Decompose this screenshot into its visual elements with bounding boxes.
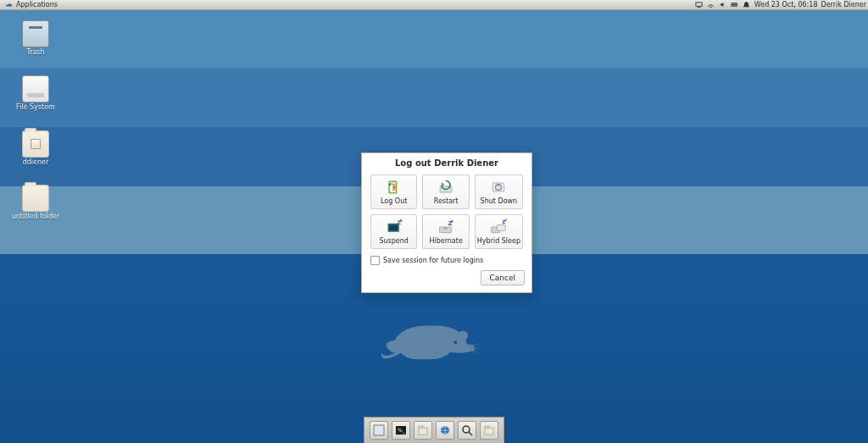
action-label: Suspend [379,238,408,246]
tray-notification-icon[interactable] [743,1,751,9]
shutdown-button[interactable]: Shut Down [475,174,523,209]
svg-rect-35 [419,426,423,428]
desktop-icon-trash[interactable]: Trash [15,20,56,57]
svg-rect-34 [419,428,427,435]
drive-icon [22,75,49,102]
dock-files[interactable] [414,421,432,440]
svg-point-0 [10,4,11,5]
trash-icon [22,20,49,47]
applications-label: Applications [16,1,58,8]
logout-actions-grid: Log Out Restart Shut Down Zz Suspend Zz … [362,169,531,254]
svg-rect-28 [498,224,506,230]
dialog-title: Log out Derrik Diener [362,153,531,169]
hibernate-button[interactable]: Zz Hibernate [422,214,469,249]
dock-search[interactable] [458,421,476,440]
dock-browser[interactable] [436,421,454,440]
top-panel: Applications Wed 23 Oct, 06:18 Derrik Di… [0,0,868,10]
user-name[interactable]: Derrik Diener [821,1,866,8]
suspend-icon: Zz [384,219,404,235]
svg-rect-40 [485,426,489,428]
action-label: Shut Down [481,198,518,206]
dock-show-desktop[interactable] [370,421,388,440]
folder-icon [22,185,49,212]
svg-rect-18 [498,184,499,186]
svg-point-8 [458,331,468,341]
desktop-icon-untitled-folder[interactable]: untitled folder [15,185,56,221]
svg-point-37 [463,426,470,433]
save-session-label: Save session for future logins [383,257,483,264]
dock-folder[interactable] [480,421,498,440]
clock[interactable]: Wed 23 Oct, 06:18 [754,1,818,8]
svg-point-7 [449,332,459,342]
suspend-button[interactable]: Zz Suspend [370,214,417,249]
desktop-icon-home[interactable]: ddiener [15,130,56,167]
svg-rect-31 [374,425,384,435]
svg-text:%_: %_ [398,427,406,434]
xfce-mouse-icon [5,2,14,8]
action-label: Hybrid Sleep [477,238,520,246]
applications-menu[interactable]: Applications [2,1,61,8]
logout-icon [384,179,404,196]
hybrid-sleep-icon: Zz [488,219,509,235]
svg-point-9 [454,341,457,344]
svg-text:z: z [505,219,508,222]
desktop-icon-label: Trash [26,49,44,57]
svg-rect-24 [444,228,448,230]
save-session-checkbox[interactable] [370,256,380,265]
restart-icon [436,179,456,196]
cancel-button[interactable]: Cancel [481,270,526,285]
svg-rect-5 [737,4,737,6]
tray-volume-icon[interactable] [719,1,727,9]
desktop-icon-label: File System [16,104,55,112]
logout-button[interactable]: Log Out [370,174,417,209]
svg-text:z: z [451,219,453,224]
svg-point-13 [389,184,391,186]
tray-network-icon[interactable] [707,1,715,9]
shutdown-icon [488,179,509,196]
action-label: Restart [434,198,459,206]
restart-button[interactable]: Restart [422,174,469,209]
bottom-dock: %_ [364,417,504,443]
svg-rect-2 [698,7,701,8]
hibernate-icon: Zz [436,219,456,235]
svg-line-38 [469,432,472,435]
svg-rect-1 [696,3,702,7]
action-label: Log Out [381,198,407,206]
desktop-icon-label: untitled folder [12,213,60,221]
svg-point-12 [393,186,395,188]
action-label: Hibernate [429,238,462,246]
dock-terminal[interactable]: %_ [392,421,410,440]
home-folder-icon [22,130,49,158]
hybrid-sleep-button[interactable]: Zz Hybrid Sleep [475,214,523,249]
desktop-icon-filesystem[interactable]: File System [15,75,56,112]
tray-monitor-icon[interactable] [695,1,704,9]
svg-text:z: z [399,219,402,223]
svg-point-3 [710,6,712,8]
xfce-mouse-artwork [381,309,483,372]
desktop-icon-label: ddiener [23,159,49,167]
logout-dialog: Log out Derrik Diener Log Out Restart Sh… [361,152,532,293]
svg-rect-39 [485,428,493,435]
save-session-row: Save session for future logins [362,254,531,270]
svg-rect-6 [732,4,737,6]
tray-battery-icon[interactable] [731,1,739,9]
desktop-icons: Trash File System ddiener untitled folde… [15,20,56,221]
